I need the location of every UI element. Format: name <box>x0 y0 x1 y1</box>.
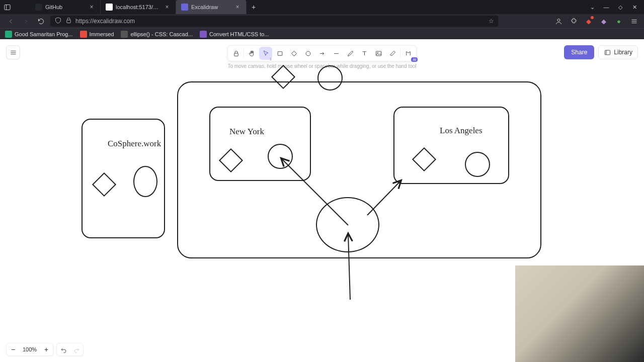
zoom-in-button[interactable]: + <box>40 343 53 356</box>
close-icon[interactable]: × <box>234 4 241 11</box>
browser-tab[interactable]: GitHub × <box>30 0 101 14</box>
tab-title: GitHub <box>45 4 85 10</box>
circle-shape[interactable] <box>316 197 379 252</box>
circle-shape[interactable] <box>465 152 490 177</box>
zoom-out-button[interactable]: − <box>7 343 20 356</box>
account-icon[interactable] <box>553 16 564 26</box>
bookmark-label: ellipse() - CSS: Cascad... <box>130 31 192 37</box>
address-bar-row: https://excalidraw.com ☆ ◆ ◆ ● <box>0 14 644 28</box>
lock-icon <box>65 17 72 26</box>
card-label: CoSphere.work <box>108 139 161 149</box>
bookmark-label: Convert HTML/CSS to... <box>209 31 269 37</box>
bookmarks-bar: Good Samaritan Prog... Immersed ellipse(… <box>0 28 644 39</box>
close-icon[interactable]: × <box>164 4 171 11</box>
extensions-icon[interactable] <box>569 16 579 26</box>
extension-badge-icon[interactable]: ◆ <box>584 16 594 26</box>
bookmark-item[interactable]: Immersed <box>80 31 114 38</box>
browser-tab[interactable]: Excalidraw × <box>176 0 247 14</box>
bookmark-label: Immersed <box>90 31 114 37</box>
redo-button <box>70 343 83 356</box>
svg-point-2 <box>557 19 560 21</box>
bookmark-favicon-icon <box>80 31 87 38</box>
favicon-icon <box>106 4 113 11</box>
circle-shape[interactable] <box>133 166 157 197</box>
bookmark-item[interactable]: Good Samaritan Prog... <box>5 31 73 38</box>
bookmark-favicon-icon <box>121 31 128 38</box>
card-label: New York <box>229 127 264 137</box>
chevron-down-icon[interactable]: ⌄ <box>589 4 596 11</box>
minimize-icon[interactable]: ― <box>603 4 610 10</box>
extension-icon[interactable]: ◆ <box>599 16 609 26</box>
shield-icon <box>54 17 62 26</box>
webcam-overlay <box>515 265 644 362</box>
bookmark-favicon-icon <box>5 31 12 38</box>
url-text: https://excalidraw.com <box>75 18 486 25</box>
circle-shape[interactable] <box>268 144 293 169</box>
tab-title: Excalidraw <box>191 4 231 10</box>
back-button[interactable] <box>5 16 16 27</box>
excalidraw-page: 1 AI To move canvas, hold mouse wheel or… <box>0 39 644 362</box>
bookmark-star-icon[interactable]: ☆ <box>489 18 494 25</box>
bookmark-item[interactable]: ellipse() - CSS: Cascad... <box>121 31 192 38</box>
new-tab-button[interactable]: + <box>247 0 261 14</box>
zoom-control: − 100% + <box>6 343 53 356</box>
bookmark-item[interactable]: Convert HTML/CSS to... <box>200 31 269 38</box>
sidebar-toggle-icon[interactable] <box>0 0 14 14</box>
favicon-icon <box>35 4 42 11</box>
app-menu-icon[interactable] <box>629 16 639 26</box>
undo-button[interactable] <box>57 343 70 356</box>
svg-rect-0 <box>4 5 10 10</box>
browser-tab-strip: GitHub × localhost:5173/docs/api# × Exca… <box>0 0 644 14</box>
card-box[interactable] <box>209 107 311 181</box>
favicon-icon <box>181 4 188 11</box>
bookmark-label: Good Samaritan Prog... <box>15 31 73 37</box>
reload-button[interactable] <box>35 16 46 27</box>
card-label: Los Angeles <box>440 126 482 136</box>
extension-icon[interactable]: ● <box>614 16 624 26</box>
tab-title: localhost:5173/docs/api# <box>116 4 160 10</box>
maximize-icon[interactable]: ◇ <box>617 4 624 11</box>
svg-rect-1 <box>67 20 71 23</box>
card-box[interactable] <box>393 107 509 184</box>
close-icon[interactable]: × <box>88 4 95 11</box>
zoom-value[interactable]: 100% <box>20 346 40 352</box>
address-bar[interactable]: https://excalidraw.com ☆ <box>50 16 498 27</box>
bookmark-favicon-icon <box>200 31 207 38</box>
close-window-icon[interactable]: ✕ <box>631 4 638 11</box>
forward-button <box>20 16 31 27</box>
browser-tab[interactable]: localhost:5173/docs/api# × <box>101 0 176 14</box>
